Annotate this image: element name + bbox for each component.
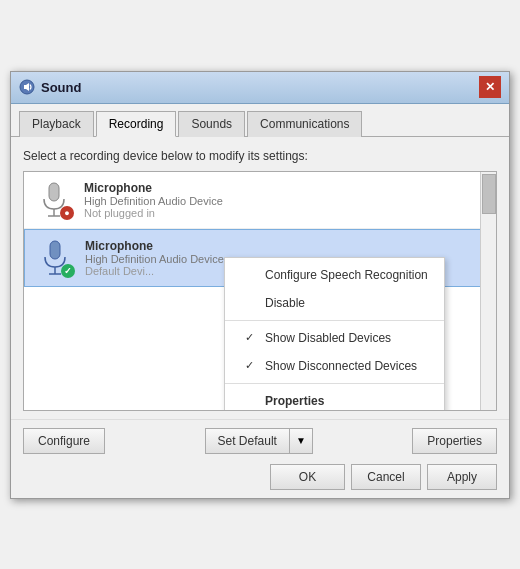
instructions-text: Select a recording device below to modif… — [23, 149, 497, 163]
status-badge-2: ✓ — [61, 264, 75, 278]
ctx-properties-label: Properties — [265, 394, 324, 408]
tab-communications[interactable]: Communications — [247, 111, 362, 137]
ctx-show-disabled-label: Show Disabled Devices — [265, 331, 391, 345]
set-default-button[interactable]: Set Default — [205, 428, 289, 454]
ctx-sep-1 — [225, 320, 444, 321]
device-name-1: Microphone — [84, 181, 486, 195]
device-detail-1: High Definition Audio Device — [84, 195, 486, 207]
device-icon-2: ✓ — [35, 238, 75, 278]
ctx-show-disconnected[interactable]: ✓ Show Disconnected Devices — [225, 352, 444, 380]
ctx-show-disabled[interactable]: ✓ Show Disabled Devices — [225, 324, 444, 352]
tabs-bar: Playback Recording Sounds Communications — [11, 104, 509, 137]
properties-button[interactable]: Properties — [412, 428, 497, 454]
device-icon-1: ● — [34, 180, 74, 220]
set-default-split: Set Default ▼ — [205, 428, 313, 454]
check-show-disconnected: ✓ — [241, 358, 257, 374]
ok-button[interactable]: OK — [270, 464, 345, 490]
scrollbar-thumb[interactable] — [482, 174, 496, 214]
ctx-properties[interactable]: Properties — [225, 387, 444, 411]
check-show-disabled: ✓ — [241, 330, 257, 346]
title-bar-left: Sound — [19, 79, 81, 95]
ctx-configure-label: Configure Speech Recognition — [265, 268, 428, 282]
tab-sounds[interactable]: Sounds — [178, 111, 245, 137]
ctx-disable[interactable]: Disable — [225, 289, 444, 317]
svg-rect-1 — [49, 183, 59, 201]
ctx-disable-label: Disable — [265, 296, 305, 310]
ctx-sep-2 — [225, 383, 444, 384]
sound-dialog: Sound ✕ Playback Recording Sounds Commun… — [10, 71, 510, 499]
dialog-buttons: OK Cancel Apply — [23, 464, 497, 490]
title-bar: Sound ✕ — [11, 72, 509, 104]
apply-button[interactable]: Apply — [427, 464, 497, 490]
context-menu: Configure Speech Recognition Disable ✓ S… — [224, 257, 445, 411]
check-disable — [241, 295, 257, 311]
scrollbar[interactable] — [480, 172, 496, 410]
check-properties — [241, 393, 257, 409]
check-configure — [241, 267, 257, 283]
speaker-icon — [19, 79, 35, 95]
device-info-1: Microphone High Definition Audio Device … — [84, 181, 486, 219]
window-title: Sound — [41, 80, 81, 95]
status-badge-1: ● — [60, 206, 74, 220]
device-status-1: Not plugged in — [84, 207, 486, 219]
device-action-buttons: Configure Set Default ▼ Properties — [23, 428, 497, 454]
tab-playback[interactable]: Playback — [19, 111, 94, 137]
cancel-button[interactable]: Cancel — [351, 464, 421, 490]
tab-content: Select a recording device below to modif… — [11, 137, 509, 419]
devices-list: ● Microphone High Definition Audio Devic… — [23, 171, 497, 411]
tab-recording[interactable]: Recording — [96, 111, 177, 137]
device-item-1[interactable]: ● Microphone High Definition Audio Devic… — [24, 172, 496, 229]
set-default-dropdown[interactable]: ▼ — [289, 428, 313, 454]
device-name-2: Microphone — [85, 239, 485, 253]
ctx-show-disconnected-label: Show Disconnected Devices — [265, 359, 417, 373]
close-button[interactable]: ✕ — [479, 76, 501, 98]
bottom-area: Configure Set Default ▼ Properties OK Ca… — [11, 419, 509, 498]
svg-rect-4 — [50, 241, 60, 259]
ctx-configure-speech[interactable]: Configure Speech Recognition — [225, 261, 444, 289]
configure-button[interactable]: Configure — [23, 428, 105, 454]
